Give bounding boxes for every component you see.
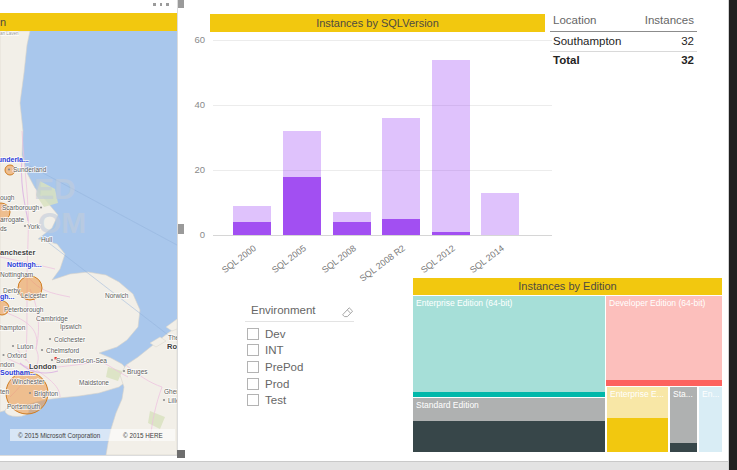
map-city-label: hampton [0,324,26,332]
x-tick-label: SQL 2005 [254,243,308,287]
map-city-label: ough [0,194,15,202]
bar-highlighted[interactable] [382,219,420,235]
treemap-tile-label: Enterprise E... [610,389,667,399]
treemap-tile-label: En... [702,389,721,399]
slicer-item-preprod[interactable]: PrePod [247,360,303,374]
slicer-item-dev[interactable]: Dev [247,327,285,341]
table-header-instances[interactable]: Instances [645,14,694,26]
slicer-label: INT [265,344,284,356]
table-total-value: 32 [681,54,694,66]
table-header-row: Location Instances [550,14,697,26]
bar-total[interactable] [481,193,519,235]
map-city-label: Brighton [34,390,59,398]
treemap-tile-label: Sta... [673,389,696,399]
report-canvas: n [0,0,737,470]
slicer-item-test[interactable]: Test [247,393,286,407]
map-city-dot [12,345,14,347]
clear-selections-icon[interactable] [341,306,354,319]
treemap-tile-label: Enterprise Edition (64-bit) [416,298,604,308]
x-tick-label: SQL 2008 R2 [353,243,407,287]
slicer-item-int[interactable]: INT [247,343,284,357]
table-divider [550,51,697,52]
map-visual[interactable]: n [0,0,178,456]
map-city-label: Colchester [54,336,86,343]
resize-handle-top[interactable] [178,0,184,8]
map-city-label: Leicester [21,292,48,299]
map-watermark-text: ED [34,172,76,205]
treemap-tile[interactable]: Enterprise Edition (64-bit) [413,296,605,397]
bing-map[interactable]: EDOMan LavenSunderla...SunderlandoughSca… [0,31,177,455]
horizontal-scrollbar[interactable] [0,461,729,470]
treemap-tile-label: Standard Edition [416,400,604,410]
treemap-tile-highlight [606,380,722,386]
treemap-tile[interactable]: Developer Edition (64-bit) [606,296,722,386]
table-total-label: Total [553,54,580,66]
map-city-label: Sunderland [13,166,47,173]
map-city-dot [49,338,51,340]
checkbox-prod[interactable] [247,378,259,390]
checkbox-int[interactable] [247,344,259,356]
table-cell-instances: 32 [681,35,694,47]
treemap-tile[interactable]: Sta... [670,387,697,452]
map-city-dot [8,168,10,170]
x-tick-label: SQL 2000 [204,243,258,287]
map-location-data-label[interactable]: Nottingh... [7,261,42,269]
map-city-label: York [27,223,41,230]
map-title-text-fragment: n [0,16,6,28]
checkbox-test[interactable] [247,394,259,406]
bar-highlighted[interactable] [283,177,321,236]
table-total-row: Total 32 [550,54,697,66]
treemap-tile-highlight [670,443,697,452]
map-city-dot [24,225,26,227]
gridline [213,40,552,41]
table-divider [550,31,697,32]
map-city-label: Peterborough [4,306,44,314]
map-city-label: Southend-on-Sea [56,357,107,364]
map-city-label: an Laven [0,31,19,36]
visual-options-menu-icon[interactable] [153,3,169,6]
table-visual: Location Instances Southampton 32 Total … [550,10,697,72]
treemap-tile[interactable]: Enterprise E... [607,387,668,452]
y-tick-label: 0 [181,229,205,240]
map-city-label: Lille [168,397,177,404]
bar-highlighted[interactable] [333,222,371,235]
table-row[interactable]: Southampton 32 [550,35,697,47]
slicer-label: Prod [265,378,289,390]
checkbox-preprod[interactable] [247,361,259,373]
window-edge-strip [728,0,737,470]
map-city-dot [40,206,42,208]
map-city-label: Ipswich [60,323,82,331]
map-city-label: Portsmouth [7,403,41,410]
map-city-dot [163,399,165,401]
bar-highlighted[interactable] [432,232,470,235]
map-city-label: Bruges [127,368,148,376]
bar-total[interactable] [382,118,420,235]
treemap-tile[interactable]: En... [699,387,722,452]
map-city-label: ten [0,388,9,395]
map-city-label: Ghen [164,388,177,395]
map-location-data-label[interactable]: Southam... [0,369,36,376]
slicer-item-prod[interactable]: Prod [247,377,289,391]
map-city-dot [2,354,4,356]
map-location-data-label[interactable]: Sunderla... [0,156,29,163]
checkbox-dev[interactable] [247,328,259,340]
map-city-dot [29,392,31,394]
bar-total[interactable] [432,60,470,236]
treemap-tile[interactable]: Standard Edition [413,398,605,452]
table-header-location[interactable]: Location [553,14,596,26]
resize-handle-bottom[interactable] [177,450,185,458]
map-city-label: Chelmsford [46,347,80,354]
treemap-tile-label: Developer Edition (64-bit) [609,298,721,308]
bar-highlighted[interactable] [233,222,271,235]
map-watermark-text: OM [38,206,86,239]
map-city-label: arrogate [0,216,25,224]
treemap-tile-highlight [607,418,668,452]
map-city-label: ds [0,225,8,232]
map-location-data-label[interactable]: gh... [0,293,14,301]
bar-chart-title: Instances by SQLVersion [210,14,545,32]
map-copyright-here: © 2015 HERE [123,432,163,439]
map-city-label: The [168,334,177,341]
map-city-label: Winchester [12,378,45,385]
map-city-dot [41,349,43,351]
map-city-dot [123,370,125,372]
